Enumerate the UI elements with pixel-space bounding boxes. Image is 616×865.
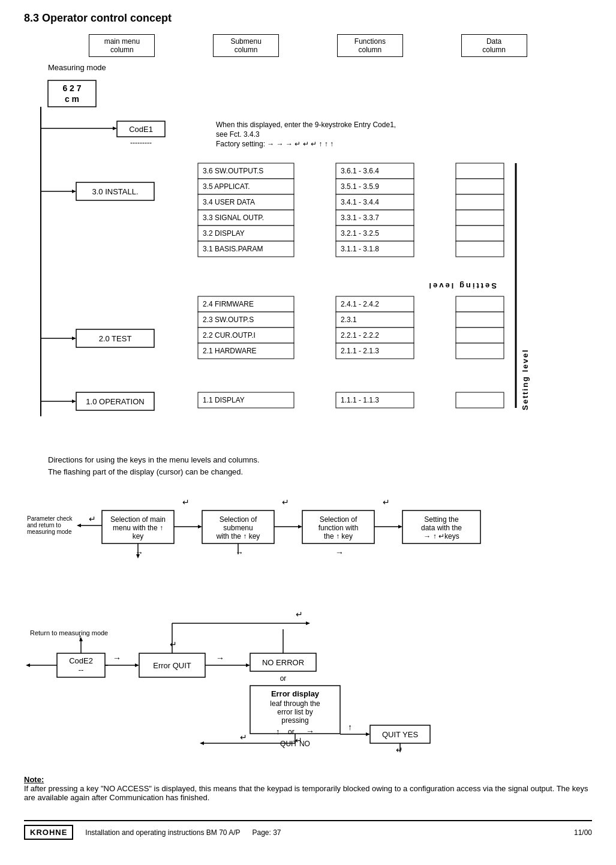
svg-marker-15: [72, 190, 76, 193]
svg-text:↑: ↑: [276, 727, 280, 736]
svg-marker-138: [306, 621, 310, 625]
svg-text:↵: ↵: [182, 497, 190, 507]
svg-text:→ ↑ ↵keys: → ↑ ↵keys: [423, 532, 459, 540]
svg-marker-17: [72, 337, 76, 340]
svg-text:error list by: error list by: [277, 708, 312, 716]
svg-text:3.4   USER DATA: 3.4 USER DATA: [203, 198, 255, 206]
svg-text:2.2   CUR.OUTP.I: 2.2 CUR.OUTP.I: [203, 331, 256, 340]
svg-text:↵: ↵: [170, 639, 177, 649]
note-section: Note: If after pressing a key "NO ACCESS…: [24, 775, 592, 802]
svg-text:or: or: [280, 674, 287, 683]
svg-text:1.1   DISPLAY: 1.1 DISPLAY: [203, 396, 245, 404]
directions-text: Directions for using the keys in the men…: [48, 454, 592, 477]
svg-text:CodE1: CodE1: [129, 125, 153, 134]
svg-text:3.1.1 - 3.1.8: 3.1.1 - 3.1.8: [341, 245, 379, 253]
footer-date: 11/00: [574, 828, 592, 837]
svg-text:--: --: [79, 665, 84, 674]
svg-text:3.4.1 - 3.4.4: 3.4.1 - 3.4.4: [341, 198, 379, 206]
svg-rect-75: [456, 241, 504, 257]
directions-line1: Directions for using the keys in the men…: [48, 454, 592, 466]
directions-line2: The flashing part of the display (cursor…: [48, 466, 592, 478]
nav-flow-svg: Parameter check and return to measuring …: [24, 489, 612, 561]
svg-text:menu with the ↑: menu with the ↑: [113, 524, 163, 532]
svg-marker-161: [366, 732, 370, 736]
svg-text:2.0  TEST: 2.0 TEST: [99, 334, 132, 343]
svg-marker-106: [298, 525, 302, 528]
svg-text:Error display: Error display: [271, 689, 320, 698]
svg-text:1.0  OPERATION: 1.0 OPERATION: [86, 397, 144, 406]
svg-text:↵: ↵: [396, 745, 403, 755]
svg-text:---------: ---------: [130, 139, 152, 147]
note-text: If after pressing a key "NO ACCESS" is d…: [24, 784, 588, 802]
svg-rect-76: [456, 296, 504, 312]
svg-text:leaf through the: leaf through the: [270, 699, 320, 708]
col-header-data: Datacolumn: [461, 34, 527, 57]
svg-text:Selection of main: Selection of main: [110, 515, 166, 524]
col-header-submenu: Submenucolumn: [213, 34, 279, 57]
svg-text:Selection of: Selection of: [220, 515, 257, 524]
svg-text:2.1.1 - 2.1.3: 2.1.1 - 2.1.3: [341, 347, 379, 355]
svg-text:↑: ↑: [348, 722, 352, 732]
svg-text:Return to measuring mode: Return to measuring mode: [30, 629, 108, 636]
svg-text:↵: ↵: [295, 735, 302, 745]
svg-text:3.5.1 - 3.5.9: 3.5.1 - 3.5.9: [341, 182, 379, 191]
col-header-functions: Functionscolumn: [337, 34, 403, 57]
svg-rect-77: [456, 312, 504, 328]
svg-text:1.1.1 - 1.1.3: 1.1.1 - 1.1.3: [341, 396, 379, 404]
svg-text:↵: ↵: [282, 497, 289, 507]
svg-marker-158: [200, 741, 204, 745]
svg-rect-80: [456, 392, 504, 408]
col-header-main: main menucolumn: [89, 34, 155, 57]
svg-text:Factory setting: → → → ↵ ↵ ↵ ↑: Factory setting: → → → ↵ ↵ ↵ ↑ ↑ ↑: [216, 140, 333, 148]
svg-text:3.2.1 - 3.2.5: 3.2.1 - 3.2.5: [341, 229, 379, 238]
svg-text:2.2.1 - 2.2.2: 2.2.1 - 2.2.2: [341, 331, 379, 340]
svg-text:with the ↑ key: with the ↑ key: [216, 532, 260, 540]
svg-rect-72: [456, 194, 504, 210]
measuring-mode-label: Measuring mode: [48, 63, 592, 72]
page-title: 8.3 Operator control concept: [24, 12, 592, 25]
svg-text:data with the: data with the: [421, 524, 462, 532]
svg-text:↵: ↵: [383, 497, 390, 507]
svg-text:see Fct. 3.4.3: see Fct. 3.4.3: [216, 130, 260, 139]
svg-text:↑: ↑: [78, 632, 82, 642]
svg-text:2.3   SW.OUTP.S: 2.3 SW.OUTP.S: [203, 316, 254, 324]
svg-text:→: →: [113, 653, 121, 663]
column-headers: main menucolumn Submenucolumn Functionsc…: [60, 34, 556, 57]
svg-text:measuring mode: measuring mode: [27, 528, 72, 535]
svg-text:3.1   BASIS.PARAM: 3.1 BASIS.PARAM: [203, 245, 263, 253]
svg-text:3.2   DISPLAY: 3.2 DISPLAY: [203, 229, 245, 238]
svg-text:CodE2: CodE2: [69, 656, 93, 665]
svg-marker-123: [26, 663, 30, 667]
svg-text:3.0  INSTALL.: 3.0 INSTALL.: [92, 187, 138, 196]
svg-marker-6: [113, 127, 117, 130]
error-flow-svg: Return to measuring mode CodE2 -- ↑ → Er…: [24, 569, 612, 755]
svg-text:and return to: and return to: [27, 522, 61, 528]
note-label: Note:: [24, 775, 44, 784]
svg-text:or: or: [288, 728, 295, 736]
svg-text:2.1   HARDWARE: 2.1 HARDWARE: [203, 347, 257, 355]
svg-text:QUIT YES: QUIT YES: [382, 730, 419, 739]
svg-text:Setting level: Setting level: [521, 349, 530, 410]
svg-text:c m: c m: [65, 94, 79, 104]
svg-text:→: →: [306, 726, 314, 736]
svg-text:↵: ↵: [89, 514, 96, 524]
svg-rect-73: [456, 210, 504, 226]
svg-text:6 2 7: 6 2 7: [62, 83, 81, 93]
svg-marker-88: [77, 524, 81, 527]
svg-text:3.6   SW.OUTPUT.S: 3.6 SW.OUTPUT.S: [203, 167, 263, 175]
svg-text:When this displayed, enter the: When this displayed, enter the 9-keystro…: [216, 121, 396, 129]
main-diagram: 6 2 7 c m CodE1 --------- When this disp…: [24, 74, 592, 448]
main-diagram-svg: 6 2 7 c m CodE1 --------- When this disp…: [24, 74, 612, 446]
svg-text:→: →: [235, 548, 244, 557]
svg-marker-115: [398, 525, 402, 528]
svg-rect-74: [456, 226, 504, 241]
svg-text:3.6.1 - 3.6.4: 3.6.1 - 3.6.4: [341, 167, 379, 175]
svg-text:Parameter check: Parameter check: [27, 515, 73, 522]
svg-text:3.3   SIGNAL OUTP.: 3.3 SIGNAL OUTP.: [203, 214, 264, 222]
svg-rect-70: [456, 163, 504, 179]
svg-text:NO ERROR: NO ERROR: [262, 658, 304, 667]
svg-rect-71: [456, 179, 504, 194]
svg-text:↵: ↵: [296, 609, 303, 619]
svg-text:key: key: [133, 532, 144, 540]
svg-text:2.4   FIRMWARE: 2.4 FIRMWARE: [203, 300, 254, 308]
